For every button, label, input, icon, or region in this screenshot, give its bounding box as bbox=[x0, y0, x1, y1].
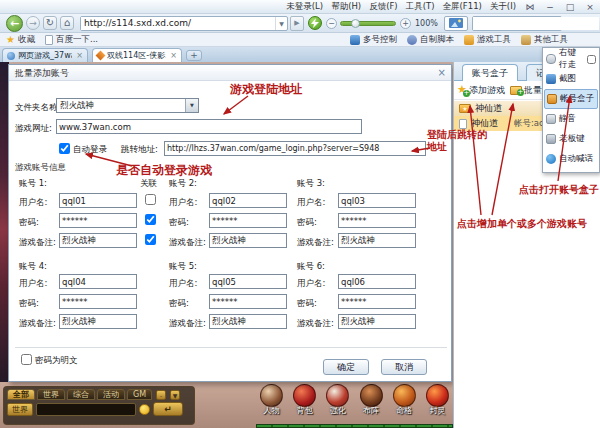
character-button[interactable]: 人物 bbox=[256, 383, 287, 425]
annotation-jump-address: 登陆后跳转的地址 bbox=[427, 129, 493, 152]
password-input-1[interactable] bbox=[59, 213, 137, 228]
chat-tab-general[interactable]: 综合 bbox=[67, 389, 95, 400]
search-input[interactable] bbox=[473, 17, 599, 30]
speed-mode-icon[interactable] bbox=[308, 16, 322, 30]
forward-button[interactable]: → bbox=[26, 16, 40, 30]
menu-item-screenshot[interactable]: 截图 bbox=[544, 69, 598, 89]
other-tools-button[interactable]: 其他工具 bbox=[521, 34, 568, 46]
custom-script-button[interactable]: 自制脚本 bbox=[407, 34, 454, 46]
note-input-6[interactable] bbox=[338, 314, 416, 329]
tab-close-icon[interactable]: × bbox=[76, 51, 83, 60]
jump-url-input[interactable] bbox=[164, 141, 426, 156]
link-checkbox-2[interactable] bbox=[145, 214, 156, 225]
formation-icon bbox=[360, 384, 383, 407]
password-input-4[interactable] bbox=[59, 294, 137, 309]
password-input-2[interactable] bbox=[209, 213, 287, 228]
cancel-button[interactable]: 取消 bbox=[381, 359, 427, 375]
url-input[interactable] bbox=[81, 17, 275, 30]
menu-item-right-click-walk[interactable]: 右键行走 bbox=[544, 49, 598, 69]
add-game-button[interactable]: ★ 添加游戏 bbox=[457, 84, 505, 97]
username-label: 用户名: bbox=[297, 278, 325, 290]
chat-options-button[interactable]: ▼ bbox=[170, 390, 180, 400]
chat-channel-selector[interactable]: 世界 bbox=[7, 403, 33, 416]
menu-item-account-box[interactable]: 帐号盒子 bbox=[544, 89, 598, 109]
password-input-6[interactable] bbox=[338, 294, 416, 309]
note-input-2[interactable] bbox=[209, 233, 287, 248]
annotation-login-address: 游戏登陆地址 bbox=[230, 81, 302, 98]
link-checkbox-3[interactable] bbox=[145, 234, 156, 245]
note-input-5[interactable] bbox=[209, 314, 287, 329]
browser-window: 未登录(L) 帮助(H) 反馈(F) 工具(T) 全屏(F11) 关于(I) ⋈… bbox=[0, 0, 600, 428]
skin-icon[interactable]: ⋈ bbox=[524, 1, 536, 13]
plaintext-password-checkbox[interactable] bbox=[21, 354, 32, 365]
tab-game-active[interactable]: 双线114区-侠影示... × bbox=[92, 48, 182, 62]
right-click-walk-checkbox[interactable] bbox=[587, 55, 596, 64]
dialog-close-icon[interactable]: × bbox=[438, 67, 446, 79]
chevron-down-icon[interactable]: ▼ bbox=[185, 99, 198, 112]
username-input-5[interactable] bbox=[209, 274, 287, 289]
go-button[interactable]: ▶ bbox=[290, 16, 304, 31]
note-input-3[interactable] bbox=[338, 233, 416, 248]
minimize-button[interactable]: − bbox=[544, 1, 556, 13]
username-input-6[interactable] bbox=[338, 274, 416, 289]
link-checkbox-1[interactable] bbox=[145, 194, 156, 205]
new-tab-button[interactable]: + bbox=[186, 50, 202, 61]
seal-button[interactable]: 封灵 bbox=[422, 383, 453, 425]
menu-item-feedback[interactable]: 反馈(F) bbox=[369, 1, 398, 13]
formation-button[interactable]: 布阵 bbox=[356, 383, 387, 425]
maximize-button[interactable]: □ bbox=[564, 1, 576, 13]
bookmark-baidu[interactable]: 百度一下... bbox=[45, 34, 98, 46]
ok-button[interactable]: 确定 bbox=[323, 359, 369, 375]
chat-tab-activity[interactable]: 活动 bbox=[97, 389, 125, 400]
chat-tab-all[interactable]: 全部 bbox=[7, 389, 35, 400]
username-input-1[interactable] bbox=[59, 193, 137, 208]
username-input-2[interactable] bbox=[209, 193, 287, 208]
panel-tab-accountbox[interactable]: 账号盒子 bbox=[462, 64, 518, 81]
menu-item-auto-shout[interactable]: 自动喊话 bbox=[544, 149, 598, 169]
back-button[interactable]: ← bbox=[6, 15, 23, 32]
menu-item-boss-key[interactable]: 老板键 bbox=[544, 129, 598, 149]
menu-item-help[interactable]: 帮助(H) bbox=[331, 1, 361, 13]
bag-button[interactable]: 背包 bbox=[289, 383, 320, 425]
menu-item-login[interactable]: 未登录(L) bbox=[286, 1, 323, 13]
window-close-button[interactable]: × bbox=[584, 1, 596, 13]
url-dropdown-icon[interactable]: ▼ bbox=[275, 17, 287, 30]
zoom-slider-thumb[interactable] bbox=[351, 19, 360, 28]
account-header: 账号 5: bbox=[169, 261, 197, 273]
game-tools-button[interactable]: 游戏工具 bbox=[464, 34, 511, 46]
chat-input[interactable] bbox=[36, 403, 136, 416]
password-input-5[interactable] bbox=[209, 294, 287, 309]
note-input-1[interactable] bbox=[59, 233, 137, 248]
menu-item-mute[interactable]: 静音 bbox=[544, 109, 598, 129]
favorites-button[interactable]: ★ 收藏 bbox=[6, 34, 35, 46]
chat-tab-gm[interactable]: GM bbox=[127, 389, 152, 400]
auto-login-checkbox[interactable] bbox=[59, 143, 70, 154]
zoom-in-button[interactable]: + bbox=[400, 18, 411, 29]
menu-item-about[interactable]: 关于(I) bbox=[490, 1, 516, 13]
multi-account-control-button[interactable]: 多号控制 bbox=[350, 34, 397, 46]
game-url-input[interactable] bbox=[56, 119, 362, 134]
menu-item-fullscreen[interactable]: 全屏(F11) bbox=[443, 1, 482, 13]
tab-close-icon[interactable]: × bbox=[170, 51, 177, 60]
password-label: 密码: bbox=[169, 217, 189, 229]
fate-button[interactable]: 命格 bbox=[389, 383, 420, 425]
emoticon-icon[interactable] bbox=[139, 404, 150, 415]
password-input-3[interactable] bbox=[338, 213, 416, 228]
refresh-button[interactable]: ↻ bbox=[43, 16, 57, 30]
chat-send-button[interactable]: ↵ bbox=[153, 402, 183, 416]
chat-tab-world[interactable]: 世界 bbox=[37, 389, 65, 400]
capture-button[interactable] bbox=[444, 16, 468, 31]
chat-minimize-button[interactable]: - bbox=[156, 390, 166, 400]
enhance-button[interactable]: 强化 bbox=[322, 383, 353, 425]
username-input-4[interactable] bbox=[59, 274, 137, 289]
tab-37wan[interactable]: 网页游戏_37wan|三... × bbox=[2, 48, 88, 62]
zoom-out-button[interactable]: − bbox=[326, 18, 337, 29]
link-header: 关联 bbox=[140, 178, 157, 190]
username-input-3[interactable] bbox=[338, 193, 416, 208]
home-button[interactable]: ⌂ bbox=[60, 16, 74, 30]
password-label: 密码: bbox=[169, 298, 189, 310]
menu-item-tools[interactable]: 工具(T) bbox=[406, 1, 435, 13]
zoom-slider[interactable] bbox=[340, 21, 396, 26]
note-input-4[interactable] bbox=[59, 314, 137, 329]
folder-select[interactable]: 烈火战神 ▼ bbox=[56, 98, 199, 113]
